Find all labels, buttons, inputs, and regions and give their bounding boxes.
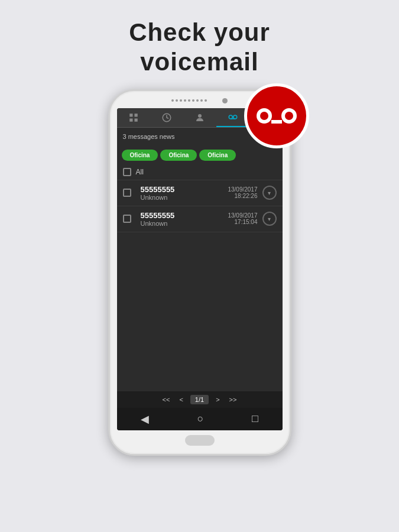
select-all-row[interactable]: All [117,164,283,180]
phone-bottom-nav: ◀ ○ □ [117,408,283,430]
page-prev[interactable]: < [177,395,185,404]
message-timestamp-1: 18:22:26 [228,193,257,199]
phone-wrapper: 3 messages news ⋮ Oficina Oficina Oficin… [108,89,291,456]
message-name-1: Unknown [141,194,228,201]
message-info-1: 55555555 Unknown [141,185,228,201]
message-timestamp-2: 17:15:04 [228,219,257,225]
message-row[interactable]: 55555555 Unknown 13/09/2017 17:15:04 ▾ [117,206,283,232]
message-list: All 55555555 Unknown 13/09/2017 18:22:26… [117,164,283,391]
page-first[interactable]: << [160,395,173,404]
svg-rect-0 [129,113,132,116]
phone-home-btn[interactable] [185,435,215,446]
headline-line1: Check your [129,18,270,46]
svg-point-5 [198,114,202,118]
headline: Check your voicemail [129,18,270,77]
recent-button[interactable]: □ [252,413,258,425]
svg-point-6 [229,115,232,119]
message-name-2: Unknown [141,220,228,227]
message-dropdown-1[interactable]: ▾ [262,186,277,200]
svg-point-7 [233,115,236,119]
contact-icon [194,112,205,123]
voicemail-icon [257,108,297,124]
page-current: 1/1 [190,395,209,404]
camera [222,98,228,103]
headline-line2: voicemail [140,48,258,76]
voicemail-tab-icon [228,112,238,122]
message-number-1: 55555555 [141,185,228,194]
message-dropdown-2[interactable]: ▾ [262,212,277,226]
messages-count: 3 messages news [123,133,175,140]
home-button[interactable]: ○ [197,413,204,425]
message-date-1: 13/09/2017 [228,186,257,193]
voicemail-badge [244,83,309,148]
grid-icon [128,112,139,123]
select-all-label: All [136,168,144,176]
select-all-checkbox[interactable] [123,168,131,176]
message-time-1: 13/09/2017 18:22:26 [228,186,257,199]
tab-grid[interactable] [117,112,150,126]
page-last[interactable]: >> [227,395,239,404]
back-button[interactable]: ◀ [141,413,149,426]
clock-icon [161,112,172,123]
message-row[interactable]: 55555555 Unknown 13/09/2017 18:22:26 ▾ [117,180,283,206]
filter-pill-3[interactable]: Oficina [199,150,236,161]
message-date-2: 13/09/2017 [228,212,257,219]
message-checkbox-1[interactable] [123,189,131,197]
pagination: << < 1/1 > >> [117,391,283,408]
svg-rect-3 [134,118,137,121]
phone-screen: 3 messages news ⋮ Oficina Oficina Oficin… [117,108,283,430]
message-number-2: 55555555 [141,211,228,220]
tab-recents[interactable] [150,112,183,126]
tab-contacts[interactable] [183,112,216,126]
speaker [171,99,207,102]
message-time-2: 13/09/2017 17:15:04 [228,212,257,225]
svg-rect-2 [129,118,132,121]
message-checkbox-2[interactable] [123,215,131,223]
filter-pill-2[interactable]: Oficina [160,150,197,161]
filter-pills: Oficina Oficina Oficina [117,146,283,164]
filter-pill-1[interactable]: Oficina [122,150,158,161]
svg-rect-1 [134,113,137,116]
page-next[interactable]: > [213,395,222,404]
message-info-2: 55555555 Unknown [141,211,228,227]
